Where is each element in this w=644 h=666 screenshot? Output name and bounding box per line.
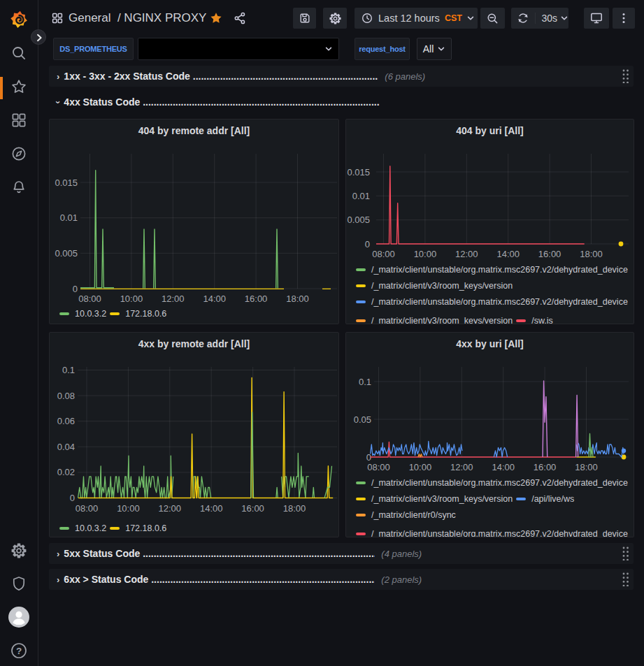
svg-text:18:00: 18:00 <box>286 294 309 304</box>
svg-text:0.005: 0.005 <box>347 215 370 225</box>
svg-text:0: 0 <box>365 239 370 249</box>
svg-text:0.01: 0.01 <box>352 191 370 201</box>
svg-text:16:00: 16:00 <box>245 294 268 304</box>
svg-text:0.005: 0.005 <box>55 248 78 259</box>
svg-text:10:00: 10:00 <box>409 462 432 472</box>
svg-text:0.1: 0.1 <box>62 365 75 375</box>
svg-text:18:00: 18:00 <box>283 503 306 514</box>
svg-text:0.05: 0.05 <box>354 414 371 425</box>
svg-text:14:00: 14:00 <box>203 294 226 304</box>
svg-text:0.015: 0.015 <box>347 167 370 178</box>
svg-text:14:00: 14:00 <box>492 462 515 472</box>
svg-text:16:00: 16:00 <box>538 249 561 259</box>
svg-text:18:00: 18:00 <box>580 249 603 259</box>
svg-text:08:00: 08:00 <box>367 462 390 472</box>
svg-text:0.1: 0.1 <box>359 377 371 387</box>
svg-text:0.08: 0.08 <box>57 391 75 401</box>
svg-text:0.02: 0.02 <box>57 467 75 477</box>
svg-text:10:00: 10:00 <box>120 294 143 304</box>
svg-text:12:00: 12:00 <box>159 503 182 514</box>
svg-text:0: 0 <box>70 493 75 503</box>
svg-text:0.015: 0.015 <box>55 178 78 188</box>
svg-text:16:00: 16:00 <box>534 462 557 472</box>
svg-text:0.06: 0.06 <box>57 416 75 426</box>
svg-text:10:00: 10:00 <box>117 503 140 514</box>
svg-text:10:00: 10:00 <box>414 249 437 259</box>
svg-text:12:00: 12:00 <box>162 294 185 304</box>
svg-text:14:00: 14:00 <box>496 249 520 259</box>
svg-text:12:00: 12:00 <box>455 249 478 259</box>
svg-text:08:00: 08:00 <box>372 249 395 259</box>
svg-text:0: 0 <box>73 284 78 294</box>
svg-text:?: ? <box>16 646 22 656</box>
svg-text:0.04: 0.04 <box>57 442 75 452</box>
svg-text:08:00: 08:00 <box>78 294 101 304</box>
svg-text:16:00: 16:00 <box>241 503 264 514</box>
svg-text:08:00: 08:00 <box>76 503 99 514</box>
svg-text:0.01: 0.01 <box>60 212 78 223</box>
svg-text:12:00: 12:00 <box>450 462 473 472</box>
svg-text:18:00: 18:00 <box>575 462 598 472</box>
svg-text:14:00: 14:00 <box>200 503 223 514</box>
